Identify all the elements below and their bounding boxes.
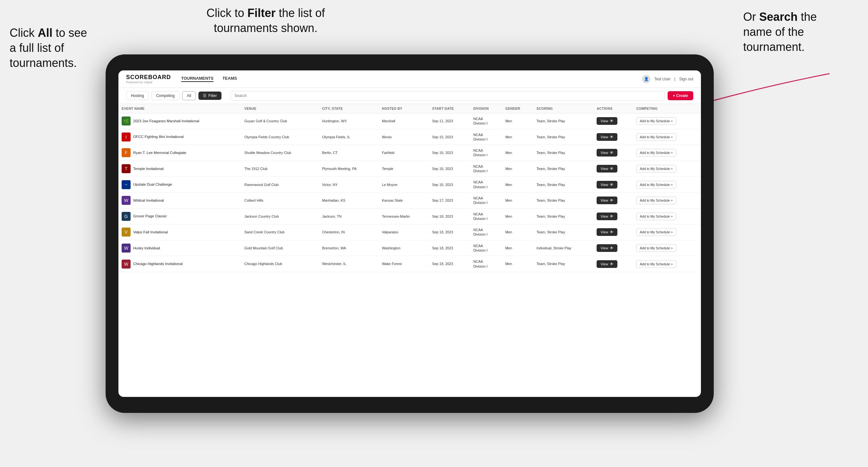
- cell-city-2: Berlin, CT: [319, 145, 379, 161]
- view-label-4: View: [600, 183, 608, 187]
- add-schedule-button-3[interactable]: Add to My Schedule +: [636, 165, 676, 173]
- tab-competing[interactable]: Competing: [151, 91, 180, 100]
- view-button-3[interactable]: View 👁: [597, 165, 617, 173]
- eye-icon-2: 👁: [610, 150, 614, 155]
- cell-scoring-7: Team, Stroke Play: [533, 224, 593, 240]
- cell-date-1: Sep 15, 2023: [429, 129, 470, 145]
- cell-date-8: Sep 18, 2023: [429, 240, 470, 256]
- team-logo-0: 🌿: [122, 117, 131, 125]
- cell-city-1: Olympia Fields, IL: [319, 129, 379, 145]
- cell-hosted-0: Marshall: [379, 113, 429, 129]
- cell-gender-2: Men: [502, 145, 533, 161]
- cell-venue-0: Guyan Golf & Country Club: [241, 113, 319, 129]
- create-button[interactable]: + Create: [668, 91, 693, 100]
- eye-icon-8: 👁: [610, 246, 614, 250]
- add-schedule-button-6[interactable]: Add to My Schedule +: [636, 213, 676, 220]
- eye-icon-5: 👁: [610, 198, 614, 203]
- cell-hosted-7: Valparaiso: [379, 224, 429, 240]
- add-schedule-button-7[interactable]: Add to My Schedule +: [636, 228, 676, 236]
- view-label-5: View: [600, 198, 608, 202]
- cell-scoring-0: Team, Stroke Play: [533, 113, 593, 129]
- event-name-text-4: Upstate Dual Challenge: [133, 182, 172, 187]
- cell-gender-0: Men: [502, 113, 533, 129]
- cell-event-name-1: I OFCC Fighting Illini Invitational: [118, 129, 241, 145]
- view-button-5[interactable]: View 👁: [597, 196, 617, 204]
- add-schedule-button-9[interactable]: Add to My Schedule +: [636, 260, 676, 268]
- team-logo-9: W: [122, 259, 131, 269]
- table-row: F Ryan T. Lee Memorial Collegiate Shuttl…: [118, 145, 701, 161]
- cell-scoring-8: Individual, Stroke Play: [533, 240, 593, 256]
- cell-date-3: Sep 16, 2023: [429, 161, 470, 177]
- event-name-text-6: Grover Page Classic: [133, 214, 167, 219]
- view-button-7[interactable]: View 👁: [597, 228, 617, 236]
- add-schedule-label-7: Add to My Schedule +: [640, 230, 673, 234]
- view-label-9: View: [600, 262, 608, 266]
- signout-link[interactable]: Sign out: [679, 77, 693, 81]
- table-row: G Grover Page Classic Jackson Country Cl…: [118, 208, 701, 224]
- col-scoring: SCORING: [533, 104, 593, 113]
- cell-actions-8: View 👁: [593, 240, 633, 256]
- view-button-2[interactable]: View 👁: [597, 149, 617, 157]
- cell-date-9: Sep 18, 2023: [429, 256, 470, 272]
- nav-tournaments[interactable]: TOURNAMENTS: [181, 76, 214, 82]
- cell-gender-9: Men: [502, 256, 533, 272]
- cell-competing-3: Add to My Schedule +: [633, 161, 701, 177]
- team-logo-5: W: [122, 196, 131, 205]
- nav-teams[interactable]: TEAMS: [222, 76, 237, 82]
- annotation-topright: Or Search thename of thetournament.: [743, 9, 859, 54]
- table-row: W Husky Individual Gold Mountain Golf Cl…: [118, 240, 701, 256]
- add-schedule-button-8[interactable]: Add to My Schedule +: [636, 244, 676, 252]
- cell-event-name-5: W Wildcat Invitational: [118, 192, 241, 208]
- filter-button[interactable]: ☰ Filter: [198, 92, 221, 100]
- add-schedule-button-0[interactable]: Add to My Schedule +: [636, 117, 676, 125]
- cell-city-4: Victor, NY: [319, 177, 379, 193]
- cell-venue-1: Olympia Fields Country Club: [241, 129, 319, 145]
- tab-hosting[interactable]: Hosting: [126, 91, 149, 100]
- add-schedule-button-4[interactable]: Add to My Schedule +: [636, 181, 676, 189]
- view-button-9[interactable]: View 👁: [597, 260, 617, 268]
- table-header-row: EVENT NAME VENUE CITY, STATE HOSTED BY S…: [118, 104, 701, 113]
- col-start-date: START DATE: [429, 104, 470, 113]
- event-name-text-2: Ryan T. Lee Memorial Collegiate: [133, 150, 186, 155]
- cell-event-name-4: ~ Upstate Dual Challenge: [118, 177, 241, 193]
- cell-date-6: Sep 18, 2023: [429, 208, 470, 224]
- cell-division-5: NCAADivision I: [470, 192, 502, 208]
- logo-sub: Powered by clippd: [126, 81, 171, 84]
- cell-date-7: Sep 18, 2023: [429, 224, 470, 240]
- cell-city-5: Manhattan, KS: [319, 192, 379, 208]
- view-button-8[interactable]: View 👁: [597, 244, 617, 252]
- cell-gender-3: Men: [502, 161, 533, 177]
- add-schedule-label-2: Add to My Schedule +: [640, 151, 673, 155]
- cell-venue-8: Gold Mountain Golf Club: [241, 240, 319, 256]
- cell-hosted-5: Kansas State: [379, 192, 429, 208]
- table-row: I OFCC Fighting Illini Invitational Olym…: [118, 129, 701, 145]
- tab-all[interactable]: All: [182, 91, 196, 100]
- table-row: 🌿 2023 Joe Feaganes Marshall Invitationa…: [118, 113, 701, 129]
- event-name-text-3: Temple Invitational: [133, 166, 163, 171]
- cell-hosted-1: Illinois: [379, 129, 429, 145]
- event-name-text-7: Valpo Fall Invitational: [133, 230, 168, 235]
- annotation-topleft: Click All to seea full list oftournament…: [9, 26, 99, 70]
- cell-hosted-3: Temple: [379, 161, 429, 177]
- cell-city-8: Bremerton, WA: [319, 240, 379, 256]
- col-division: DIVISION: [470, 104, 502, 113]
- table-row: T Temple Invitational The 1912 Club Plym…: [118, 161, 701, 177]
- table-row: W Chicago Highlands Invitational Chicago…: [118, 256, 701, 272]
- annotation-topmid: Click to Filter the list oftournaments s…: [182, 6, 349, 36]
- view-button-4[interactable]: View 👁: [597, 181, 617, 189]
- cell-venue-2: Shuttle Meadow Country Club: [241, 145, 319, 161]
- cell-city-0: Huntington, WV: [319, 113, 379, 129]
- cell-actions-3: View 👁: [593, 161, 633, 177]
- cell-hosted-4: Le Moyne: [379, 177, 429, 193]
- search-input[interactable]: [230, 91, 665, 100]
- cell-scoring-1: Team, Stroke Play: [533, 129, 593, 145]
- add-schedule-button-2[interactable]: Add to My Schedule +: [636, 149, 676, 157]
- eye-icon-3: 👁: [610, 166, 614, 171]
- add-schedule-button-1[interactable]: Add to My Schedule +: [636, 133, 676, 141]
- eye-icon-7: 👁: [610, 230, 614, 234]
- view-button-6[interactable]: View 👁: [597, 213, 617, 220]
- view-button-1[interactable]: View 👁: [597, 133, 617, 141]
- add-schedule-button-5[interactable]: Add to My Schedule +: [636, 196, 676, 204]
- view-button-0[interactable]: View 👁: [597, 117, 617, 125]
- cell-scoring-4: Team, Stroke Play: [533, 177, 593, 193]
